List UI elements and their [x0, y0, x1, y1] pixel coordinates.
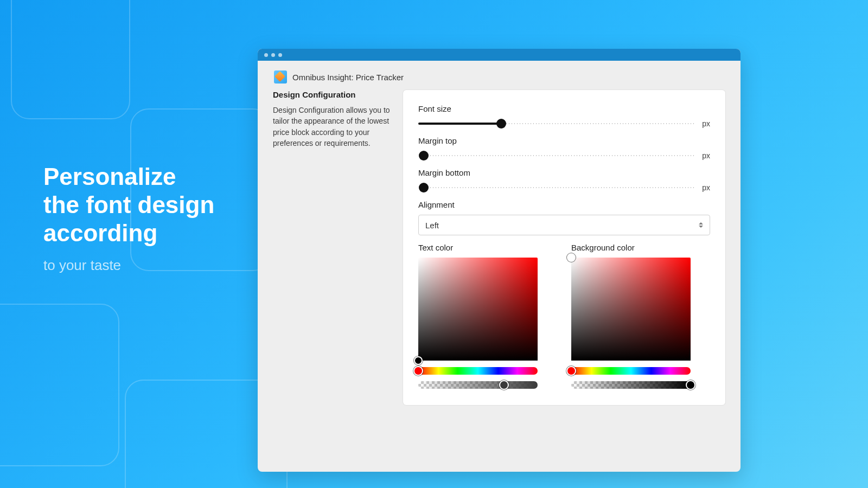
alignment-select[interactable]: Left [418, 215, 710, 235]
font-size-slider[interactable] [418, 119, 694, 129]
text-color-label: Text color [418, 243, 539, 252]
bg-shape [11, 0, 130, 119]
panel-description: Design Configuration allows you to tailo… [273, 105, 391, 149]
background-color-field: Background color [571, 243, 692, 389]
background-color-alpha-slider[interactable] [571, 381, 691, 389]
app-header: Omnibus Insight: Price Tracker [258, 61, 741, 90]
margin-top-slider[interactable] [418, 151, 694, 160]
app-title: Omnibus Insight: Price Tracker [292, 73, 404, 82]
window-titlebar[interactable] [258, 49, 741, 61]
alignment-label: Alignment [418, 200, 710, 209]
font-size-unit: px [702, 119, 710, 128]
traffic-light-zoom[interactable] [278, 53, 282, 57]
margin-bottom-unit: px [702, 183, 710, 192]
bg-shape [0, 304, 119, 466]
text-color-hue-slider[interactable] [418, 367, 538, 375]
side-panel: Design Configuration Design Configuratio… [273, 90, 391, 405]
select-caret-icon [699, 222, 703, 228]
alpha-thumb[interactable] [686, 380, 695, 390]
slider-track [418, 155, 694, 156]
alpha-thumb[interactable] [499, 380, 509, 390]
slider-thumb[interactable] [419, 151, 429, 160]
background-color-satval[interactable] [571, 258, 691, 361]
text-color-field: Text color [418, 243, 539, 389]
slider-track [418, 187, 694, 188]
margin-top-label: Margin top [418, 136, 710, 145]
traffic-light-minimize[interactable] [271, 53, 275, 57]
traffic-light-close[interactable] [264, 53, 268, 57]
margin-bottom-slider[interactable] [418, 183, 694, 192]
alignment-value: Left [425, 221, 439, 230]
hero-subline: to your taste [43, 257, 250, 274]
margin-top-unit: px [702, 151, 710, 160]
margin-bottom-label: Margin bottom [418, 168, 710, 177]
slider-thumb[interactable] [496, 119, 506, 129]
panel-heading: Design Configuration [273, 90, 391, 99]
slider-fill [418, 123, 501, 125]
satval-thumb[interactable] [567, 253, 576, 262]
background-color-label: Background color [571, 243, 692, 252]
satval-thumb[interactable] [414, 356, 423, 365]
hue-thumb[interactable] [566, 366, 576, 376]
alignment-field: Alignment Left [418, 200, 710, 235]
hue-thumb[interactable] [413, 366, 423, 376]
margin-bottom-field: Margin bottom px [418, 168, 710, 192]
margin-top-field: Margin top px [418, 136, 710, 160]
slider-thumb[interactable] [419, 183, 429, 192]
text-color-alpha-slider[interactable] [418, 381, 538, 389]
hero-headline: Personalize the font design according [43, 163, 250, 247]
hero-copy: Personalize the font design according to… [43, 163, 250, 274]
font-size-label: Font size [418, 104, 710, 113]
font-size-field: Font size px [418, 104, 710, 129]
background-color-hue-slider[interactable] [571, 367, 691, 375]
settings-card: Font size px Margin top [403, 90, 725, 405]
text-color-satval[interactable] [418, 258, 538, 361]
app-window: Omnibus Insight: Price Tracker Design Co… [258, 49, 741, 472]
app-logo-icon [274, 70, 287, 84]
